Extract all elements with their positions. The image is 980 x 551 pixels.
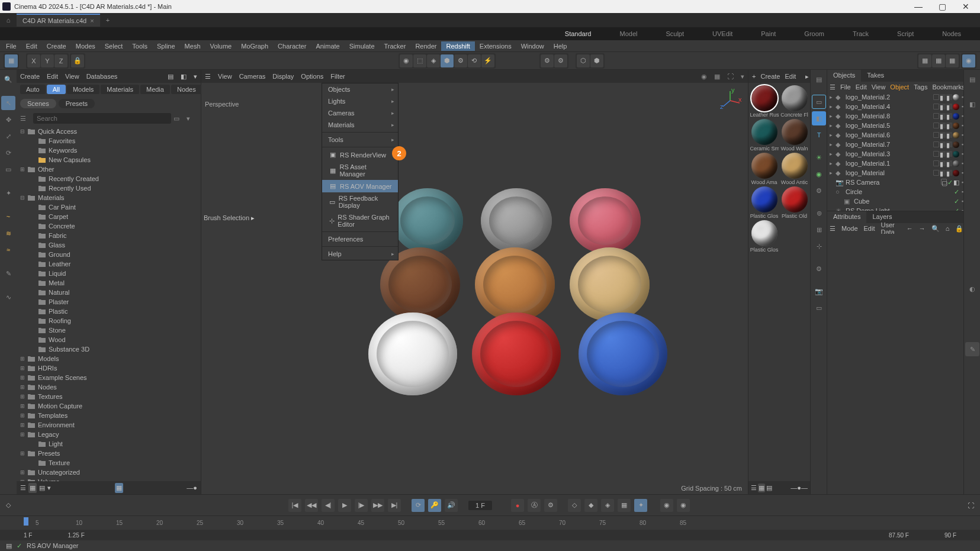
object-row[interactable]: 📷RS Camera▢✓◧▪ <box>827 178 963 187</box>
asset-menu-item[interactable]: Edit <box>47 73 58 80</box>
end-range[interactable]: 87.50 F <box>871 532 927 539</box>
rotate-tool-icon[interactable]: ⟳ <box>1 146 15 160</box>
tree-item[interactable]: Concrete <box>17 221 201 231</box>
tool-icon[interactable]: ◉ <box>962 54 975 67</box>
tree-item[interactable]: Ground <box>17 250 201 259</box>
tree-item[interactable]: Natural <box>17 288 201 297</box>
tree-item[interactable]: ⊞HDRIs <box>17 363 201 373</box>
home-icon[interactable]: ⌂ <box>946 225 950 232</box>
filter-mode-materials[interactable]: Materials <box>101 85 139 94</box>
asset-menu-item[interactable]: View <box>65 73 79 80</box>
loop-icon[interactable]: ⟳ <box>412 499 425 512</box>
object-row[interactable]: ▣Cube✓▪ <box>827 196 963 206</box>
view-icon[interactable]: ☰ <box>20 484 26 492</box>
tree-item[interactable]: ⊞Motion Capture <box>17 401 201 411</box>
asset-menu-item[interactable]: Databases <box>86 73 118 80</box>
key-icon[interactable]: ◇ <box>568 499 581 512</box>
viewport-icon[interactable]: ▭ <box>812 301 826 315</box>
menu-item-tools[interactable]: Tools▸ <box>322 134 398 146</box>
tree-item[interactable]: ⊟Materials <box>17 193 201 202</box>
tree-item[interactable]: Fabric <box>17 231 201 240</box>
obj-menu-item[interactable]: File <box>840 83 851 91</box>
tree-item[interactable]: ⊞Templates <box>17 411 201 420</box>
tree-item[interactable]: ⊞Uncategorized <box>17 468 201 477</box>
spline-pen-icon[interactable]: ∿ <box>1 290 15 304</box>
menu-item-aov-manager[interactable]: ▤RS AOV Manager <box>322 180 398 192</box>
perspective-viewport[interactable]: Perspective Brush Selection ▸ Grid Spaci… <box>201 83 748 494</box>
prev-key-icon[interactable]: ◀◀ <box>305 499 318 512</box>
vp-icon[interactable]: ⛶ <box>727 73 734 80</box>
object-row[interactable]: ▸◆logo_Material.8▮▮▪ <box>827 111 963 121</box>
tree-item[interactable]: Keywords <box>17 146 201 155</box>
filter-mode-auto[interactable]: Auto <box>20 85 46 94</box>
render-icon[interactable]: ⚙ <box>554 54 567 67</box>
filter-mode-all[interactable]: All <box>47 85 66 94</box>
slider-handle[interactable]: —●— <box>791 484 808 491</box>
gear-icon[interactable]: ⚙ <box>812 183 826 198</box>
menu-edit[interactable]: Edit <box>21 41 42 51</box>
layout-mode-nodes[interactable]: Nodes <box>928 30 975 37</box>
rect-primitive-icon[interactable]: ▭ <box>812 95 826 109</box>
layout-mode-uvedit[interactable]: UVEdit <box>698 30 747 37</box>
next-frame-icon[interactable]: |▶ <box>355 499 368 512</box>
tool-icon[interactable]: ⟲ <box>468 54 481 67</box>
tool-icon[interactable]: ⚙ <box>812 262 826 276</box>
tree-item[interactable]: Roofing <box>17 316 201 326</box>
layout-mode-standard[interactable]: Standard <box>551 30 606 37</box>
material-swatch[interactable]: Wood Antic <box>780 153 809 185</box>
menu-help[interactable]: Help <box>549 41 572 51</box>
current-frame-field[interactable]: 1 F <box>468 501 492 510</box>
tool-icon[interactable]: ⚙ <box>454 54 467 67</box>
play-icon[interactable]: ▶ <box>338 499 351 512</box>
tree-item[interactable]: Substance 3D <box>17 344 201 354</box>
key-icon[interactable]: ▦ <box>618 499 631 512</box>
render-settings-icon[interactable]: ⚙ <box>541 54 554 67</box>
attr-menu-item[interactable]: Edit <box>864 225 875 232</box>
material-swatch[interactable]: Plastic Glos <box>750 220 779 253</box>
view-icon[interactable]: ▤ <box>766 484 772 492</box>
tree-item[interactable]: ⊞Environment <box>17 420 201 430</box>
material-swatch[interactable]: Plastic Old <box>780 186 809 219</box>
vp-icon[interactable]: ◉ <box>701 73 707 80</box>
menu-render[interactable]: Render <box>410 41 441 51</box>
tool-icon[interactable]: ⬚ <box>413 54 426 67</box>
nodes-icon[interactable]: ⊹ <box>812 239 826 253</box>
filter-mode-models[interactable]: Models <box>67 85 99 94</box>
tool-icon[interactable]: ◉ <box>400 54 413 67</box>
tree-item[interactable]: Car Paint <box>17 202 201 212</box>
material-swatch[interactable]: Ceramic Sm <box>750 119 779 152</box>
menu-redshift[interactable]: Redshift <box>441 41 474 51</box>
panel-icon[interactable]: ▤ <box>168 73 173 80</box>
tree-item[interactable]: Light <box>17 439 201 449</box>
tree-item[interactable]: Carpet <box>17 212 201 221</box>
menu-animate[interactable]: Animate <box>311 41 344 51</box>
tool-icon[interactable]: ⚡ <box>481 54 494 67</box>
start-range[interactable]: 1.25 F <box>50 532 102 539</box>
search-icon[interactable]: 🔍 <box>931 225 940 233</box>
start-frame[interactable]: 1 F <box>6 532 50 539</box>
tree-item[interactable]: ⊞Nodes <box>17 382 201 392</box>
menu-volume[interactable]: Volume <box>205 41 237 51</box>
search-icon[interactable]: 🔍 <box>1 72 15 86</box>
tree-item[interactable]: Recently Created <box>17 174 201 183</box>
tree-item[interactable]: Recently Used <box>17 183 201 193</box>
place-tool-icon[interactable]: ▭ <box>1 162 15 176</box>
search-input[interactable] <box>33 113 171 124</box>
autokey-icon[interactable]: 🔑 <box>428 499 441 512</box>
key-settings-icon[interactable]: ⚙ <box>544 499 557 512</box>
move-tool-icon[interactable]: ✥ <box>1 112 15 127</box>
timeline-ruler[interactable]: 510152025303540455055606570758085 <box>0 515 980 530</box>
object-row[interactable]: ▸◆logo_Material.4▮▮▪ <box>827 102 963 111</box>
camera-icon[interactable]: 📷 <box>812 284 826 298</box>
key-icon[interactable]: ✦ <box>634 499 647 512</box>
pen-tool-icon[interactable]: ✎ <box>1 266 15 281</box>
material-swatch[interactable]: Concrete Fl <box>780 85 809 118</box>
obj-menu-item[interactable]: Bookmarks <box>932 83 965 91</box>
object-row[interactable]: ▸◆logo_Material▮▮▪ <box>827 168 963 178</box>
expand-icon[interactable]: ⛶ <box>968 502 974 509</box>
material-swatch[interactable]: Plastic Glos <box>750 186 779 219</box>
tree-item[interactable]: ⊟Quick Access <box>17 127 201 136</box>
viewport-menu-icon[interactable]: ☰ <box>205 73 211 80</box>
obj-menu-item[interactable]: Tags <box>914 83 927 91</box>
menu-file[interactable]: File <box>1 41 21 51</box>
